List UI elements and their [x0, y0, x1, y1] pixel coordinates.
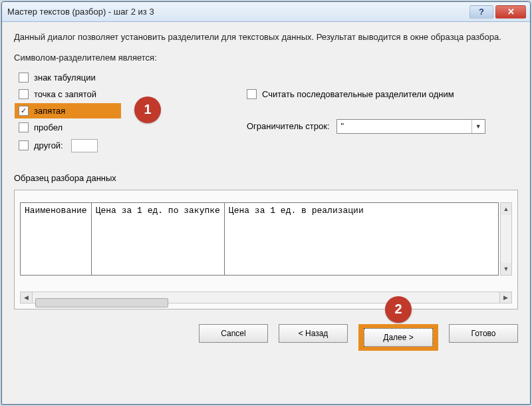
checkbox-icon — [19, 140, 29, 150]
checkbox-consecutive[interactable]: Считать последовательные разделители одн… — [247, 89, 518, 99]
annotation-badge-1: 1 — [134, 97, 161, 123]
scroll-left-icon[interactable]: ◀ — [21, 292, 33, 303]
close-icon: ✕ — [507, 7, 515, 17]
text-qualifier-row: Ограничитель строк: " ▼ — [247, 119, 518, 134]
checkbox-comma[interactable]: запятая 1 — [15, 103, 121, 118]
checkbox-label: знак табуляции — [34, 73, 96, 83]
preview-column: Цена за 1 ед. по закупке — [92, 203, 225, 275]
checkbox-icon — [19, 106, 29, 116]
cancel-button[interactable]: Cancel — [199, 324, 268, 343]
scroll-up-icon[interactable]: ▲ — [501, 203, 511, 215]
dialog-description: Данный диалог позволяет установить разде… — [14, 31, 518, 43]
checkbox-label: Считать последовательные разделители одн… — [262, 89, 454, 99]
delimiter-list: знак табуляции точка с запятой запятая 1… — [14, 69, 220, 161]
button-label: Cancel — [221, 329, 245, 338]
preview-label: Образец разбора данных — [14, 173, 518, 183]
text-qualifier-label: Ограничитель строк: — [247, 121, 330, 131]
next-button-highlight: 2 Далее > — [358, 324, 438, 351]
checkbox-space[interactable]: пробел — [15, 120, 219, 135]
checkbox-label: точка с запятой — [34, 89, 96, 99]
combo-value: " — [337, 121, 471, 131]
dialog-footer: Cancel < Назад 2 Далее > Готово — [2, 316, 530, 360]
preview-column: Наименование — [21, 203, 92, 275]
checkbox-icon — [19, 122, 29, 132]
checkbox-label: запятая — [34, 106, 65, 116]
titlebar-buttons: ? ✕ — [469, 5, 526, 19]
other-delimiter-input[interactable] — [71, 139, 98, 152]
text-qualifier-combo[interactable]: " ▼ — [336, 119, 485, 134]
close-button[interactable]: ✕ — [495, 5, 526, 19]
vertical-scrollbar[interactable]: ▲ ▼ — [500, 202, 512, 276]
annotation-badge-2: 2 — [385, 296, 412, 323]
button-label: Далее > — [383, 333, 414, 342]
chevron-down-icon: ▼ — [471, 120, 485, 133]
checkbox-icon — [19, 73, 29, 83]
checkbox-tab[interactable]: знак табуляции — [15, 70, 219, 85]
finish-button[interactable]: Готово — [449, 324, 518, 343]
button-label: Готово — [471, 329, 495, 338]
scroll-thumb[interactable] — [35, 298, 168, 307]
options-row: знак табуляции точка с запятой запятая 1… — [14, 69, 518, 161]
dialog-window: Мастер текстов (разбор) - шаг 2 из 3 ? ✕… — [1, 1, 531, 405]
button-label: < Назад — [299, 329, 329, 338]
checkbox-label: пробел — [34, 122, 63, 132]
back-button[interactable]: < Назад — [279, 324, 348, 343]
preview-area: Наименование Цена за 1 ед. по закупке Це… — [14, 190, 518, 309]
checkbox-icon — [247, 89, 257, 99]
checkbox-other[interactable]: другой: — [15, 136, 219, 155]
right-options: Считать последовательные разделители одн… — [247, 69, 518, 161]
horizontal-scrollbar[interactable]: ◀ ▶ — [20, 292, 512, 304]
checkbox-icon — [19, 89, 29, 99]
delimiter-group-label: Символом-разделителем является: — [14, 53, 518, 63]
checkbox-semicolon[interactable]: точка с запятой — [15, 87, 219, 102]
scroll-right-icon[interactable]: ▶ — [499, 292, 511, 303]
preview-column: Цена за 1 ед. в реализации — [225, 203, 498, 275]
window-title: Мастер текстов (разбор) - шаг 2 из 3 — [7, 7, 469, 17]
help-button[interactable]: ? — [469, 5, 493, 19]
scroll-down-icon[interactable]: ▼ — [501, 263, 511, 275]
next-button[interactable]: Далее > — [364, 328, 433, 347]
preview-table: Наименование Цена за 1 ед. по закупке Це… — [20, 202, 499, 276]
dialog-content: Данный диалог позволяет установить разде… — [2, 22, 530, 316]
titlebar[interactable]: Мастер текстов (разбор) - шаг 2 из 3 ? ✕ — [2, 2, 530, 22]
checkbox-label: другой: — [34, 140, 63, 150]
